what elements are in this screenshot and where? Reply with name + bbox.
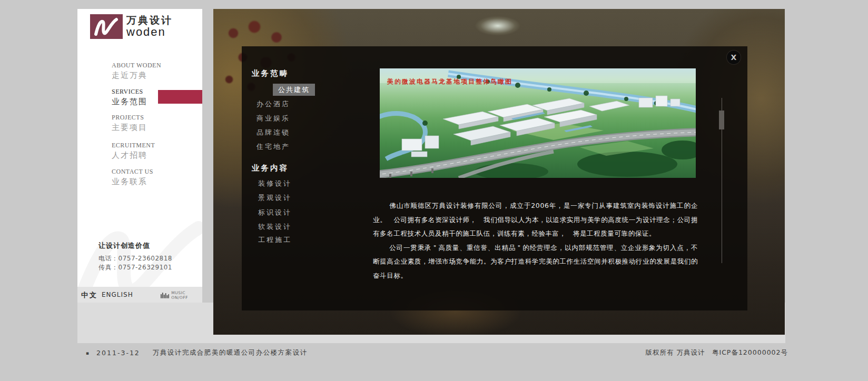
service-soft-furnishing-design[interactable]: 软装设计 — [258, 222, 292, 232]
lang-english-link[interactable]: ENGLISH — [102, 291, 133, 298]
news-bullet: ▪ — [86, 350, 89, 356]
sidebar-item-services[interactable]: SERVICES 业务范围 — [112, 88, 196, 107]
company-paragraph-2: 公司一贯秉承＂高质量、重信誉、出精品＂的经营理念，以内部规范管理、立企业形象为切… — [373, 241, 698, 283]
category-commercial-entertainment[interactable]: 商业娱乐 — [257, 114, 290, 123]
slogan: 让设计创造价值 — [98, 241, 172, 250]
service-landscape-design[interactable]: 景观设计 — [258, 193, 292, 203]
nav-en-label: CONTACT US — [112, 168, 196, 176]
category-office-hotel[interactable]: 办公酒店 — [257, 99, 290, 109]
nav-en-label: ECRUITMENT — [112, 142, 196, 149]
contact-info: 让设计创造价值 电话：0757-23602818 传真：0757-2632910… — [98, 241, 172, 272]
sidebar-item-about[interactable]: ABOUT WODEN 走近万典 — [112, 62, 196, 81]
logo-mark — [90, 14, 123, 39]
services-overlay-panel: X 业务范畴 公共建筑 办公酒店 商业娱乐 品牌连锁 住宅地产 业务内容 装修设… — [242, 46, 747, 310]
nav-cn-label: 人才招聘 — [112, 151, 196, 161]
section-title-business-scope: 业务范畴 — [252, 68, 289, 78]
aerial-rendering-image[interactable]: 美的微波电器马龙基地项目整体鸟瞰图 — [380, 68, 696, 178]
aerial-image-caption: 美的微波电器马龙基地项目整体鸟瞰图 — [387, 78, 512, 85]
nav-cn-label: 业务范围 — [112, 97, 196, 107]
company-description: 佛山市顺德区万典设计装修有限公司，成立于2006年，是一家专门从事建筑室内装饰设… — [373, 199, 698, 283]
close-icon[interactable]: X — [727, 51, 741, 64]
nav-en-label: ABOUT WODEN — [112, 62, 196, 69]
lang-chinese-link[interactable]: 中文 — [81, 290, 98, 300]
nav-cn-label: 主要项目 — [112, 123, 196, 133]
news-headline-link[interactable]: 万典设计完成合肥美的暖通公司办公楼方案设计 — [153, 348, 308, 357]
nav-cn-label: 走近万典 — [112, 71, 196, 81]
background-photo-area: X 业务范畴 公共建筑 办公酒店 商业娱乐 品牌连锁 住宅地产 业务内容 装修设… — [213, 9, 785, 335]
news-date: 2011-3-12 — [96, 349, 140, 357]
company-paragraph-1: 佛山市顺德区万典设计装修有限公司，成立于2006年，是一家专门从事建筑室内装饰设… — [373, 199, 698, 241]
copyright-notice: 版权所有 万典设计 粤ICP备120000002号 — [645, 348, 788, 357]
page: 万典设计 woden ABOUT WODEN 走近万典 SERVICES 业务范… — [0, 0, 868, 381]
music-equalizer-icon — [161, 292, 169, 298]
music-toggle[interactable]: MUSIC ON/OFF — [161, 290, 202, 300]
language-bar: 中文 ENGLISH MUSIC ON/OFF — [77, 287, 202, 303]
nav-en-label: SERVICES — [112, 88, 196, 96]
service-decoration-design[interactable]: 装修设计 — [258, 179, 292, 188]
section-title-business-content: 业务内容 — [252, 163, 289, 173]
logo-name-en: woden — [126, 26, 173, 38]
sidebar-item-projects[interactable]: PROJECTS 主要项目 — [112, 114, 196, 133]
category-public-architecture-selected[interactable]: 公共建筑 — [273, 84, 315, 96]
sidebar: 万典设计 woden ABOUT WODEN 走近万典 SERVICES 业务范… — [77, 9, 202, 287]
category-brand-chain[interactable]: 品牌连锁 — [257, 128, 290, 137]
logo[interactable]: 万典设计 woden — [90, 14, 173, 39]
overlay-scrollbar-thumb[interactable] — [719, 111, 724, 129]
service-signage-design[interactable]: 标识设计 — [258, 208, 292, 217]
logo-name-cn: 万典设计 — [126, 14, 173, 26]
logo-text: 万典设计 woden — [126, 14, 173, 38]
service-construction[interactable]: 工程施工 — [258, 235, 292, 245]
nav-cn-label: 业务联系 — [112, 177, 196, 187]
sidebar-item-recruitment[interactable]: ECRUITMENT 人才招聘 — [112, 142, 196, 161]
woden-w-icon — [93, 17, 120, 37]
category-residential[interactable]: 住宅地产 — [257, 142, 290, 152]
news-ticker: ▪ 2011-3-12 万典设计完成合肥美的暖通公司办公楼方案设计 — [86, 348, 308, 357]
phone-number: 电话：0757-23602818 — [98, 254, 172, 263]
nav-en-label: PROJECTS — [112, 114, 196, 122]
fax-number: 传真：0757-26329101 — [98, 263, 172, 272]
sidebar-item-contact[interactable]: CONTACT US 业务联系 — [112, 168, 196, 187]
music-toggle-label: MUSIC ON/OFF — [171, 290, 202, 300]
